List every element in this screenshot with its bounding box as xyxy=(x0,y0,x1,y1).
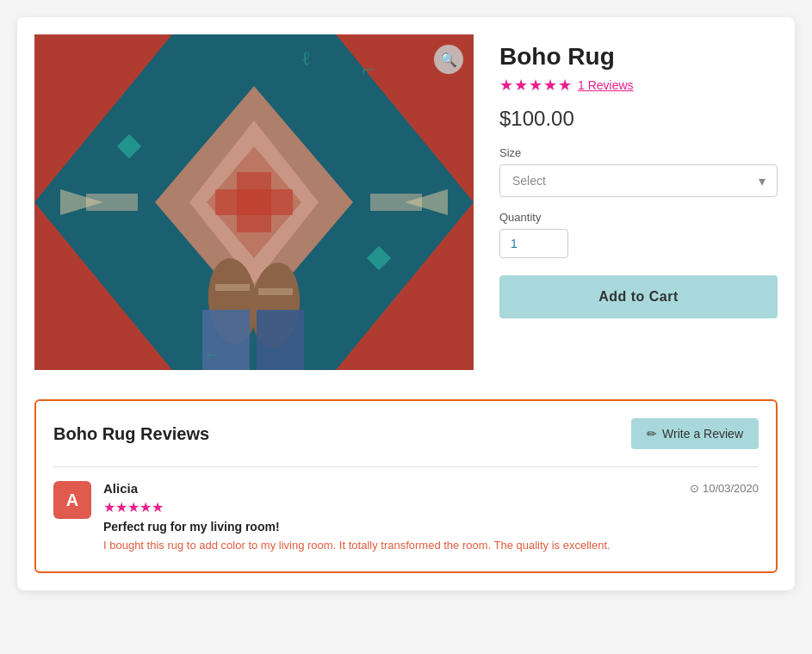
product-stars: ★★★★★ xyxy=(499,76,573,95)
review-stars: ★★★★★ xyxy=(103,499,759,515)
stars-row: ★★★★★ 1 Reviews xyxy=(499,76,778,95)
avatar-initial: A xyxy=(66,490,78,510)
product-title: Boho Rug xyxy=(499,43,778,71)
review-date-text: 10/03/2020 xyxy=(703,482,759,495)
write-review-label: Write a Review xyxy=(662,427,743,441)
zoom-button[interactable]: 🔍 xyxy=(434,45,463,74)
reviews-title: Boho Rug Reviews xyxy=(53,424,209,444)
svg-rect-13 xyxy=(215,284,250,291)
svg-rect-14 xyxy=(258,288,293,295)
review-heading: Perfect rug for my living room! xyxy=(103,520,759,534)
review-body: I bought this rug to add color to my liv… xyxy=(103,537,759,554)
product-price: $100.00 xyxy=(499,107,778,131)
svg-rect-9 xyxy=(215,189,293,215)
quantity-label: Quantity xyxy=(499,211,778,224)
reviews-header: Boho Rug Reviews ✏ Write a Review xyxy=(53,418,759,449)
reviewer-avatar: A xyxy=(53,481,91,519)
quantity-input[interactable] xyxy=(499,229,568,258)
review-date: ⊙ 10/03/2020 xyxy=(690,482,759,495)
product-image: ⌐ ⌐ ℓ xyxy=(34,34,474,370)
svg-text:ℓ: ℓ xyxy=(301,47,311,69)
svg-text:⌐: ⌐ xyxy=(362,56,375,83)
reviews-section: Boho Rug Reviews ✏ Write a Review A Alic… xyxy=(34,399,778,573)
review-top-row: Alicia ⊙ 10/03/2020 xyxy=(103,481,759,496)
edit-icon: ✏ xyxy=(647,427,657,441)
product-details: Boho Rug ★★★★★ 1 Reviews $100.00 Size Se… xyxy=(499,34,778,373)
write-review-button[interactable]: ✏ Write a Review xyxy=(631,418,759,449)
review-content: Alicia ⊙ 10/03/2020 ★★★★★ Perfect rug fo… xyxy=(103,481,759,554)
add-to-cart-button[interactable]: Add to Cart xyxy=(499,275,778,318)
clock-icon: ⊙ xyxy=(690,482,699,495)
reviews-divider xyxy=(53,466,759,467)
product-image-container: ⌐ ⌐ ℓ xyxy=(34,34,474,373)
svg-text:⌐: ⌐ xyxy=(207,344,217,366)
size-select[interactable]: Select Small Medium Large xyxy=(499,164,778,197)
reviewer-name: Alicia xyxy=(103,481,138,496)
reviews-link[interactable]: 1 Reviews xyxy=(578,78,634,92)
zoom-icon: 🔍 xyxy=(440,52,457,68)
page-wrapper: ⌐ ⌐ ℓ xyxy=(17,17,795,590)
size-select-wrapper: Select Small Medium Large ▾ xyxy=(499,164,778,197)
product-section: ⌐ ⌐ ℓ xyxy=(34,34,778,373)
size-label: Size xyxy=(499,146,778,159)
review-item: A Alicia ⊙ 10/03/2020 ★★★★★ Perfect rug … xyxy=(53,481,759,554)
svg-rect-16 xyxy=(257,310,304,370)
